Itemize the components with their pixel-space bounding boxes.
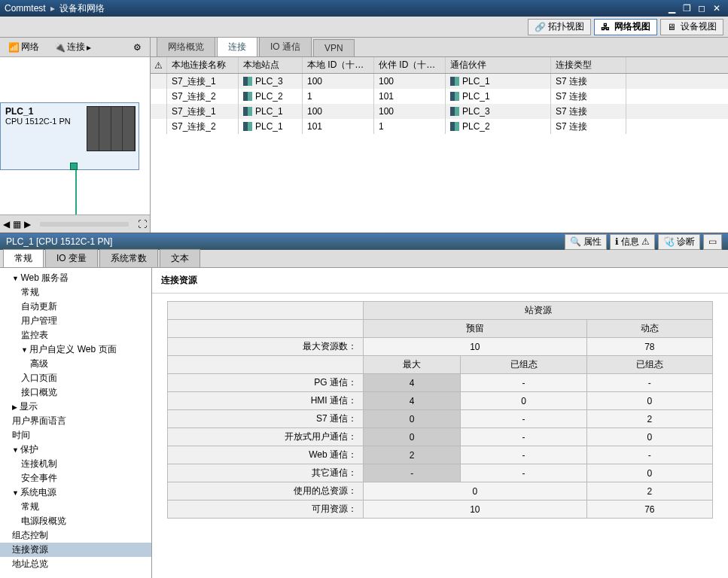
view-toolbar: 🔗拓扑视图 🖧网络视图 🖥设备视图 <box>0 17 728 38</box>
tab-overview[interactable]: 网络概览 <box>157 37 215 56</box>
tree-node[interactable]: 组态控制 <box>0 528 151 543</box>
tree-node[interactable]: 常规 <box>0 500 151 514</box>
resource-row: S7 通信：0-2 <box>168 410 713 428</box>
tree-node[interactable]: Web 服务器 <box>0 271 151 285</box>
device-image <box>87 106 136 151</box>
properties-button[interactable]: 🔍 属性 <box>565 234 607 250</box>
diagnostics-button[interactable]: 🩺 诊断 <box>658 234 700 250</box>
collapse-icon[interactable]: ▭ <box>703 234 722 250</box>
tree-node[interactable]: 用户管理 <box>0 314 151 328</box>
tree-node[interactable]: 接口概览 <box>0 385 151 400</box>
tab-sysconst[interactable]: 系统常数 <box>99 249 158 267</box>
titlebar: Commtest ▸ 设备和网络 ▁ ❐ ◻ ✕ <box>0 0 728 17</box>
resource-table: 站资源 预留动态 最大资源数：1078 最大已组态已组态 PG 通信：4--HM… <box>167 301 713 519</box>
property-tree[interactable]: Web 服务器常规自动更新用户管理监控表用户自定义 Web 页面高级入口页面接口… <box>0 268 152 578</box>
network-canvas[interactable]: PLC_1 CPU 1512C-1 PN <box>0 57 150 214</box>
col-reserved: 预留 <box>364 320 587 338</box>
tab-iovar[interactable]: IO 变量 <box>45 249 98 267</box>
tree-node[interactable]: 连接资源 <box>0 543 151 557</box>
table-row[interactable]: S7_连接_1PLC_3100100PLC_1S7 连接 <box>151 74 728 89</box>
connections-grid[interactable]: ⚠ 本地连接名称 本地站点 本地 ID（十… 伙伴 ID（十… 通信伙伴 连接类… <box>151 57 728 233</box>
col-pid[interactable]: 伙伴 ID（十… <box>374 57 446 73</box>
tab-general[interactable]: 常规 <box>3 249 44 267</box>
tree-node[interactable]: 连接机制 <box>0 457 151 471</box>
resource-row: HMI 通信：400 <box>168 392 713 410</box>
device-view-button[interactable]: 🖥设备视图 <box>660 19 723 35</box>
col-name[interactable]: 本地连接名称 <box>167 57 239 73</box>
col-lid[interactable]: 本地 ID（十… <box>303 57 374 73</box>
tree-node[interactable]: 监控表 <box>0 328 151 342</box>
nav-right-icon[interactable]: ▶ <box>21 219 34 230</box>
restore-icon[interactable]: ❐ <box>680 3 693 14</box>
network-mode-button[interactable]: 📶 网络 <box>3 38 44 56</box>
table-row[interactable]: S7_连接_1PLC_1100100PLC_3S7 连接 <box>151 104 728 119</box>
tree-node[interactable]: 用户界面语言 <box>0 414 151 428</box>
canvas-toolbar: 📶 网络 🔌 连接 ▸ ⚙ <box>0 38 150 57</box>
tree-node[interactable]: 常规 <box>0 285 151 300</box>
tab-text[interactable]: 文本 <box>160 249 200 267</box>
tab-iocomm[interactable]: IO 通信 <box>259 37 312 56</box>
tab-connections[interactable]: 连接 <box>217 37 257 56</box>
resource-row: 其它通信：--0 <box>168 464 713 482</box>
zoom-slider[interactable] <box>40 222 129 227</box>
panel-title: 连接资源 <box>152 268 728 294</box>
tree-node[interactable]: 时间 <box>0 428 151 443</box>
ethernet-port-icon[interactable] <box>70 163 78 170</box>
tree-node[interactable]: 入口页面 <box>0 371 151 385</box>
inspector-title: PLC_1 [CPU 1512C-1 PN] 🔍 属性 ℹ 信息 ⚠ 🩺 诊断 … <box>0 233 728 250</box>
network-wire <box>75 170 77 214</box>
network-canvas-pane: 📶 网络 🔌 连接 ▸ ⚙ PLC_1 CPU 1512C-1 PN ◀ ▦ ▶… <box>0 38 151 233</box>
tree-node[interactable]: 地址总览 <box>0 557 151 571</box>
topology-icon: 🔗 <box>535 22 545 32</box>
nav-left-icon[interactable]: ◀ <box>0 219 13 230</box>
col-max: 最大 <box>364 356 461 374</box>
tree-node[interactable]: 安全事件 <box>0 471 151 485</box>
fit-icon[interactable]: ⛶ <box>135 219 150 230</box>
nav-grid-icon[interactable]: ▦ <box>13 219 21 230</box>
row-maxres: 最大资源数： <box>168 338 364 356</box>
row-used: 使用的总资源： <box>168 482 364 500</box>
canvas-statusbar: ◀ ▦ ▶ ⛶ <box>0 214 150 233</box>
resource-row: Web 通信：2-- <box>168 446 713 464</box>
inspector-title-text: PLC_1 [CPU 1512C-1 PN] <box>6 236 112 247</box>
connect-mode-button[interactable]: 🔌 连接 ▸ <box>49 38 96 56</box>
tab-vpn[interactable]: VPN <box>313 39 355 56</box>
col-station: 站资源 <box>364 302 713 320</box>
page-title: 设备和网络 <box>59 2 105 15</box>
maximize-icon[interactable]: ◻ <box>695 3 708 14</box>
device-node-plc1[interactable]: PLC_1 CPU 1512C-1 PN <box>0 102 139 170</box>
col-conf1: 已组态 <box>461 356 586 374</box>
tree-node[interactable]: 用户自定义 Web 页面 <box>0 342 151 357</box>
resource-row: PG 通信：4-- <box>168 374 713 392</box>
network-view-button[interactable]: 🖧网络视图 <box>594 19 657 35</box>
tree-node[interactable]: 显示 <box>0 400 151 414</box>
col-local[interactable]: 本地站点 <box>239 57 303 73</box>
network-icon: 🖧 <box>601 22 611 32</box>
col-dynamic: 动态 <box>586 320 712 338</box>
row-avail: 可用资源： <box>168 500 364 519</box>
table-row[interactable]: S7_连接_2PLC_11011PLC_2S7 连接 <box>151 119 728 134</box>
inspector-tabs: 常规 IO 变量 系统常数 文本 <box>0 250 728 268</box>
table-row[interactable]: S7_连接_2PLC_21101PLC_1S7 连接 <box>151 89 728 104</box>
tree-node[interactable]: 电源段概览 <box>0 514 151 528</box>
inspector-pane: PLC_1 [CPU 1512C-1 PN] 🔍 属性 ℹ 信息 ⚠ 🩺 诊断 … <box>0 233 728 578</box>
tree-node[interactable]: 高级 <box>0 357 151 371</box>
property-panel: 连接资源 站资源 预留动态 最大资源数：1078 最大已组态已组态 PG 通信：… <box>152 268 728 578</box>
right-tabs: 网络概览 连接 IO 通信 VPN <box>151 38 728 57</box>
tree-node[interactable]: 系统电源 <box>0 485 151 500</box>
col-partner[interactable]: 通信伙伴 <box>446 57 551 73</box>
tree-node[interactable]: 自动更新 <box>0 300 151 314</box>
topology-view-button[interactable]: 🔗拓扑视图 <box>528 19 591 35</box>
connections-pane: 网络概览 连接 IO 通信 VPN ⚠ 本地连接名称 本地站点 本地 ID（十…… <box>151 38 728 233</box>
project-name: Commtest <box>5 3 46 14</box>
close-icon[interactable]: ✕ <box>710 3 723 14</box>
device-icon: 🖥 <box>667 22 678 32</box>
resource-row: 开放式用户通信：0-0 <box>168 428 713 446</box>
canvas-tool-icon[interactable]: ⚙ <box>128 40 147 55</box>
col-type[interactable]: 连接类型 <box>551 57 626 73</box>
breadcrumb-sep: ▸ <box>50 3 55 14</box>
minimize-icon[interactable]: ▁ <box>665 3 678 14</box>
warning-icon: ⚠ <box>151 57 167 73</box>
tree-node[interactable]: 保护 <box>0 443 151 457</box>
info-button[interactable]: ℹ 信息 ⚠ <box>610 234 655 250</box>
